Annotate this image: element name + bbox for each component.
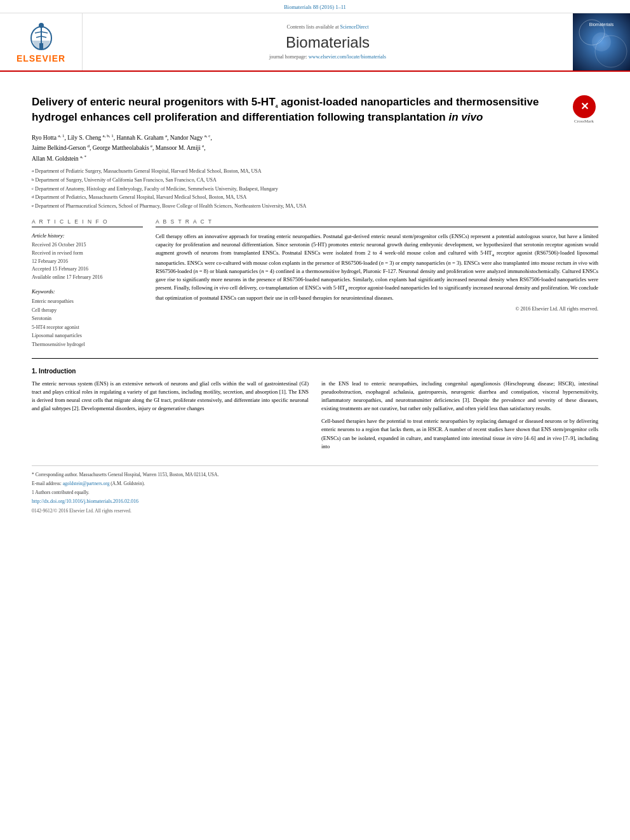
affil-d: d Department of Pediatrics, Massachusett… (32, 194, 598, 202)
affiliations-list: a Department of Pediatric Surgery, Massa… (32, 168, 598, 211)
article-title-section: Delivery of enteric neural progenitors w… (32, 95, 598, 125)
svg-text:✕: ✕ (580, 101, 588, 112)
homepage-prefix: journal homepage: (269, 54, 307, 60)
elsevier-label: ELSEVIER (17, 53, 65, 63)
homepage-line: journal homepage: www.elsevier.com/locat… (269, 54, 386, 60)
page: Biomaterials 88 (2016) 1–11 ELSEVIER Con (0, 0, 630, 840)
introduction-heading: 1. Introduction (32, 368, 598, 375)
journal-center: Contents lists available at ScienceDirec… (83, 13, 573, 70)
cover-image: Biomaterials (573, 13, 630, 70)
available-date: Available online 17 February 2016 (32, 274, 143, 282)
journal-citation-text: Biomaterials 88 (2016) 1–11 (284, 4, 346, 10)
section-divider (32, 358, 598, 359)
keyword-1: Enteric neuropathies (32, 297, 143, 306)
article-info-abstract: A R T I C L E I N F O Article history: R… (32, 218, 598, 349)
doi-link[interactable]: http://dx.doi.org/10.1016/j.biomaterials… (32, 498, 138, 504)
corresponding-author: * Corresponding author. Massachusetts Ge… (32, 472, 218, 477)
article-info-header: A R T I C L E I N F O (32, 218, 143, 227)
homepage-link[interactable]: www.elsevier.com/locate/biomaterials (309, 54, 386, 60)
email-label: E-mail address: (32, 481, 62, 486)
email-suffix: (A.M. Goldstein). (111, 481, 145, 486)
elsevier-logo: ELSEVIER (0, 13, 83, 70)
article-history-block: Article history: Received 26 October 201… (32, 232, 143, 282)
affil-b: b Department of Surgery, University of C… (32, 177, 598, 185)
svg-line-4 (36, 36, 41, 37)
footnotes-section: * Corresponding author. Massachusetts Ge… (32, 465, 598, 515)
affil-c-text: Department of Anatomy, Histology and Emb… (35, 185, 278, 194)
keyword-6: Thermosensitive hydrogel (32, 340, 143, 349)
affil-b-text: Department of Surgery, University of Cal… (36, 177, 217, 185)
footnote-email: E-mail address: agoldstein@partners.org … (32, 480, 598, 488)
copyright-notice: © 2016 Elsevier Ltd. All rights reserved… (156, 306, 598, 312)
hypothesized-word: hypothesized (483, 241, 512, 248)
journal-header: ELSEVIER Contents lists available at Sci… (0, 13, 630, 72)
keyword-2: Cell therapy (32, 306, 143, 315)
crossmark-badge: ✕ CrossMark (570, 95, 598, 124)
crossmark-label: CrossMark (574, 119, 594, 124)
journal-cover: Biomaterials (573, 13, 630, 70)
affil-a: a Department of Pediatric Surgery, Massa… (32, 168, 598, 176)
accepted-date: Accepted 15 February 2016 (32, 265, 143, 274)
abstract-header: A B S T R A C T (156, 218, 598, 227)
svg-line-3 (35, 32, 41, 33)
affil-d-text: Department of Pediatrics, Massachusetts … (36, 194, 247, 202)
journal-title: Biomaterials (286, 34, 370, 51)
keyword-4: 5-HT4 receptor agonist (32, 323, 143, 332)
affil-a-text: Department of Pediatric Surgery, Massach… (35, 168, 261, 176)
svg-point-11 (592, 32, 611, 51)
affil-e: e Department of Pharmaceutical Sciences,… (32, 203, 598, 211)
abstract-text: Cell therapy offers an innovative approa… (156, 232, 598, 302)
email-link[interactable]: agoldstein@partners.org (63, 481, 110, 486)
affil-c: c Department of Anatomy, Histology and E… (32, 185, 598, 194)
article-history-label: Article history: (32, 232, 143, 239)
intro-para-1: The enteric nervous system (ENS) is an e… (32, 380, 309, 413)
svg-point-7 (39, 23, 44, 28)
keyword-3: Serotonin (32, 314, 143, 323)
issn-line: 0142-9612/© 2016 Elsevier Ltd. All right… (32, 507, 598, 515)
elsevier-tree-icon (22, 20, 60, 52)
svg-line-6 (41, 36, 46, 37)
article-info-column: A R T I C L E I N F O Article history: R… (32, 218, 143, 349)
sciencedirect-prefix: Contents lists available at (287, 24, 339, 30)
svg-line-5 (41, 32, 48, 33)
keywords-block: Keywords: Enteric neuropathies Cell ther… (32, 288, 143, 349)
revised-form-label: Received in revised form (32, 250, 143, 258)
affil-e-text: Department of Pharmaceutical Sciences, S… (35, 203, 306, 211)
received-date: Received 26 October 2015 (32, 241, 143, 250)
keywords-label: Keywords: (32, 288, 143, 295)
intro-para-2: in the ENS lead to enteric neuropathies,… (321, 380, 598, 413)
abstract-column: A B S T R A C T Cell therapy offers an i… (156, 218, 598, 349)
footnote-corresponding: * Corresponding author. Massachusetts Ge… (32, 471, 598, 479)
sciencedirect-link[interactable]: ScienceDirect (340, 24, 369, 30)
title-text-1: Delivery of enteric neural progenitors w… (32, 96, 539, 123)
authors-list: Ryo Hotta a, 1, Lily S. Cheng a, b, 1, H… (32, 133, 598, 164)
doi-line: http://dx.doi.org/10.1016/j.biomaterials… (32, 498, 598, 506)
crossmark-icon: ✕ (572, 95, 596, 119)
sciencedirect-line: Contents lists available at ScienceDirec… (287, 24, 369, 30)
article-title: Delivery of enteric neural progenitors w… (32, 95, 563, 125)
main-content: Delivery of enteric neural progenitors w… (0, 72, 630, 525)
revised-date: 12 February 2016 (32, 258, 143, 266)
intro-left-col: The enteric nervous system (ENS) is an e… (32, 380, 309, 455)
intro-para-3: Cell-based therapies have the potential … (321, 417, 598, 451)
intro-right-col: in the ENS lead to enteric neuropathies,… (321, 380, 598, 455)
introduction-section: 1. Introduction The enteric nervous syst… (32, 368, 598, 455)
keyword-5: Liposomal nanoparticles (32, 331, 143, 340)
introduction-body: The enteric nervous system (ENS) is an e… (32, 380, 598, 455)
svg-text:Biomaterials: Biomaterials (589, 22, 614, 27)
journal-citation: Biomaterials 88 (2016) 1–11 (0, 0, 630, 13)
footnote-equal: 1 Authors contributed equally. (32, 489, 598, 497)
